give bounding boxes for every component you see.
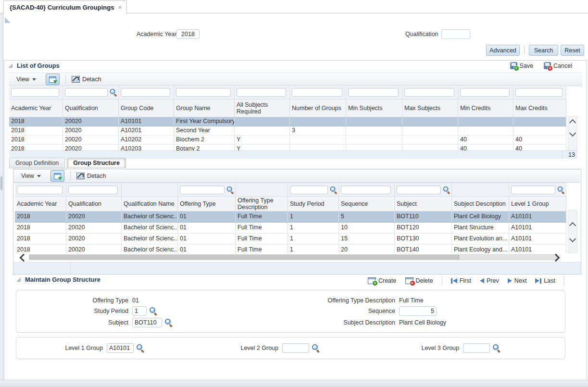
filter-input-number-of-groups[interactable] [292,88,342,97]
column-header-offering-type-description[interactable]: Offering Type Description [236,197,288,211]
filter-input-academic-year[interactable] [11,88,59,97]
reset-button[interactable]: Reset [561,45,584,56]
table-row[interactable]: 201820020A10101First Year Compulsory [9,117,566,126]
column-header-min-subjects[interactable]: Min Subjects [346,100,402,117]
vertical-scrollbar[interactable] [568,210,577,253]
horizontal-scrollbar[interactable] [13,253,581,262]
chevron-down-icon[interactable] [569,236,576,242]
filter-input-all-subjects-required[interactable] [237,88,286,97]
level-3-group-input[interactable] [463,343,490,353]
column-header-max-credits[interactable]: Max Credits [513,100,566,117]
search-icon[interactable] [492,344,501,352]
view-menu-button[interactable]: View [19,172,43,180]
scrollbar-thumb[interactable] [29,255,459,260]
table-row[interactable]: 201820020A10201Second Year3 [9,126,566,136]
sequence-input[interactable] [399,306,437,316]
qualification-input[interactable] [441,29,470,39]
save-button[interactable]: + Save [510,62,534,69]
column-header-sequence[interactable]: Sequence [339,197,395,211]
cell-offering-type-description: Full Time [236,212,288,222]
filter-input-min-subjects[interactable] [348,88,399,97]
column-header-max-subjects[interactable]: Max Subjects [402,100,458,117]
column-header-qualification-name[interactable]: Qualification Name [122,197,178,211]
search-icon[interactable] [443,186,451,194]
tab-group-definition[interactable]: Group Definition [9,158,65,168]
create-button[interactable]: + Create [368,277,397,284]
prev-button[interactable]: Prev [480,277,499,284]
cancel-button[interactable]: × Cancel [544,62,572,69]
search-icon[interactable] [149,307,158,315]
filter-input-max-credits[interactable] [515,88,563,97]
vertical-scrollbar[interactable] [568,116,577,150]
filter-input-max-subjects[interactable] [404,88,454,97]
filter-input-level-1-group[interactable] [511,186,555,194]
subject-input[interactable] [132,318,162,327]
chevron-left-icon[interactable] [20,254,28,262]
chevron-up-icon[interactable] [569,119,576,126]
filter-input-group-name[interactable] [176,88,231,97]
query-by-example-button[interactable] [50,170,64,182]
detach-button[interactable]: Detach [72,76,101,83]
column-header-offering-type[interactable]: Offering Type [178,197,236,211]
filter-input-subject[interactable] [397,186,441,194]
search-button[interactable]: Search [529,45,558,56]
search-icon[interactable] [557,186,565,194]
column-header-qualification[interactable]: Qualification [63,100,119,117]
page-tab-curriculum-groupings[interactable]: {SACAD-40} Curriculum Groupings × [3,0,127,14]
filter-input-qualification[interactable] [65,88,108,97]
query-by-example-button[interactable] [46,74,60,85]
filter-input-sequence[interactable] [341,186,391,194]
column-header-subject[interactable]: Subject [395,197,452,211]
splitter-restore-icon[interactable] [5,17,11,23]
filter-input-offering-type[interactable] [180,186,225,194]
table-row[interactable]: 201820020Bachelor of Scienc...01Full Tim… [15,234,566,245]
splitter-grip[interactable] [0,176,2,190]
academic-year-input[interactable] [176,29,200,39]
search-icon[interactable] [164,318,173,327]
filter-input-academic-year[interactable] [17,186,63,194]
column-header-number-of-groups[interactable]: Number of Groups [290,100,346,117]
chevron-down-icon[interactable] [569,130,576,137]
search-icon[interactable] [330,186,338,194]
chevron-up-icon[interactable] [569,222,576,229]
filter-input-qualification[interactable] [68,186,118,194]
search-icon[interactable] [110,88,118,97]
column-header-level-1-group[interactable]: Level 1 Group [509,197,566,211]
table-row[interactable]: 201820020Bachelor of Scienc...01Full Tim… [15,223,566,234]
scrollbar-track[interactable] [29,254,557,260]
table-row[interactable]: 201820020A10202Biochem 2Y4040 [9,136,566,145]
tab-group-structure[interactable]: Group Structure [67,158,126,169]
search-icon[interactable] [312,344,320,352]
filter-input-group-code[interactable] [121,88,170,97]
detach-button[interactable]: Detach [76,173,106,179]
column-header-min-credits[interactable]: Min Credits [458,100,513,117]
disclosure-triangle-icon[interactable] [16,277,21,282]
column-header-subject-description[interactable]: Subject Description [452,197,509,211]
level-1-group-input[interactable] [107,343,134,353]
column-header-academic-year[interactable]: Academic Year [9,100,63,117]
disclosure-triangle-icon[interactable] [8,63,13,68]
column-header-group-code[interactable]: Group Code [119,100,174,117]
filter-input-study-period[interactable] [290,186,328,194]
next-button[interactable]: Next [508,277,527,284]
filter-cell-subject [395,183,452,196]
column-header-study-period[interactable]: Study Period [288,197,339,211]
last-button[interactable]: Last [535,277,555,284]
level-2-group-input[interactable] [282,343,309,353]
study-period-input[interactable] [132,306,147,316]
first-button[interactable]: First [451,277,471,284]
column-header-group-name[interactable]: Group Name [174,100,235,117]
delete-button[interactable]: × Delete [405,277,433,284]
column-header-qualification[interactable]: Qualification [66,197,122,211]
view-menu-button[interactable]: View [14,75,38,84]
close-icon[interactable]: × [118,4,122,11]
table-row[interactable]: 201820020Bachelor of Scienc...01Full Tim… [15,212,566,223]
search-icon[interactable] [136,344,145,352]
column-header-all-subjects-required[interactable]: All Subjects Required [235,100,290,117]
left-splitter[interactable] [0,13,3,380]
window-tab-bar: {SACAD-40} Curriculum Groupings × [0,0,588,13]
filter-input-min-credits[interactable] [460,88,510,97]
column-header-academic-year[interactable]: Academic Year [15,197,66,211]
search-icon[interactable] [226,186,235,194]
advanced-button[interactable]: Advanced [486,45,520,56]
